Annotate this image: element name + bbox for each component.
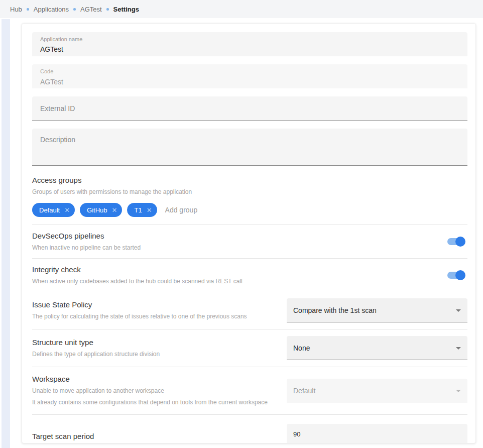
remove-group-icon[interactable]: ✕ — [64, 206, 70, 214]
devsecops-pipelines-title: DevSecOps pipelines — [32, 232, 435, 240]
description-field[interactable] — [32, 129, 467, 166]
access-groups-section: Access groups Groups of users with permi… — [32, 176, 467, 225]
group-chip-github: GitHub ✕ — [80, 203, 122, 217]
integrity-check-description: When active only codebases added to the … — [32, 277, 435, 285]
workspace-description-line2: It already contains some configurations … — [32, 398, 275, 406]
integrity-check-toggle[interactable] — [447, 270, 465, 280]
group-chip-label: GitHub — [87, 206, 107, 214]
code-field: Code — [32, 64, 467, 88]
application-name-label: Application name — [40, 36, 82, 42]
workspace-title: Workspace — [32, 375, 275, 383]
toggle-thumb — [455, 270, 465, 280]
access-groups-chips: Default ✕ GitHub ✕ T1 ✕ — [32, 203, 467, 217]
issue-state-policy-select[interactable]: Compare with the 1st scan — [287, 298, 467, 322]
target-scan-period-title: Target scan period — [32, 432, 275, 440]
group-chip-t1: T1 ✕ — [127, 203, 157, 217]
chevron-down-icon — [456, 309, 461, 312]
structure-unit-type-row: Structure unit type Defines the type of … — [32, 329, 467, 367]
breadcrumb-item-hub[interactable]: Hub — [10, 6, 22, 13]
breadcrumb-item-agtest[interactable]: AGTest — [80, 6, 102, 13]
breadcrumb-item-applications[interactable]: Applications — [34, 6, 69, 13]
integrity-check-title: Integrity check — [32, 265, 435, 274]
structure-unit-type-value: None — [293, 336, 310, 360]
access-groups-title: Access groups — [32, 176, 467, 184]
group-chip-label: Default — [39, 206, 60, 214]
left-accent-strip — [2, 19, 10, 448]
workspace-select: Default — [287, 379, 467, 403]
breadcrumb-dot-icon — [27, 8, 29, 11]
breadcrumb: Hub Applications AGTest Settings — [0, 0, 483, 18]
structure-unit-type-select[interactable]: None — [287, 336, 467, 360]
group-chip-default: Default ✕ — [32, 203, 75, 217]
external-id-field[interactable] — [32, 96, 467, 121]
target-scan-period-input[interactable] — [287, 424, 467, 443]
issue-state-policy-row: Issue State Policy The policy for calcul… — [32, 292, 467, 329]
breadcrumb-dot-icon — [73, 8, 76, 11]
target-scan-period-row: Target scan period — [32, 415, 467, 443]
devsecops-pipelines-description: When inactive no pipeline can be started — [32, 244, 435, 252]
description-input[interactable] — [32, 129, 467, 165]
issue-state-policy-value: Compare with the 1st scan — [293, 298, 377, 322]
target-scan-period-field[interactable] — [287, 424, 467, 443]
integrity-check-row: Integrity check When active only codebas… — [32, 259, 467, 292]
toggle-thumb — [455, 237, 465, 247]
structure-unit-type-description: Defines the type of application structur… — [32, 350, 275, 358]
code-input — [40, 78, 459, 86]
external-id-input[interactable] — [40, 96, 459, 120]
group-chip-label: T1 — [134, 206, 142, 214]
application-settings-card: Application name Code Access groups Grou… — [22, 23, 476, 443]
application-name-input[interactable] — [40, 45, 459, 53]
code-label: Code — [40, 68, 53, 74]
issue-state-policy-description: The policy for calculating the state of … — [32, 312, 275, 320]
add-group-input[interactable] — [165, 206, 225, 214]
remove-group-icon[interactable]: ✕ — [112, 206, 117, 214]
workspace-value: Default — [293, 379, 315, 403]
access-groups-description: Groups of users with permissions to mana… — [32, 188, 467, 196]
issue-state-policy-title: Issue State Policy — [32, 300, 275, 309]
chevron-down-icon — [456, 347, 461, 350]
chevron-down-icon — [456, 390, 461, 392]
workspace-row: Workspace Unable to move application to … — [32, 367, 467, 414]
structure-unit-type-title: Structure unit type — [32, 338, 275, 347]
workspace-description-line1: Unable to move application to another wo… — [32, 387, 275, 395]
remove-group-icon[interactable]: ✕ — [147, 206, 152, 214]
breadcrumb-dot-icon — [106, 8, 109, 11]
devsecops-pipelines-row: DevSecOps pipelines When inactive no pip… — [32, 225, 467, 258]
application-name-field[interactable]: Application name — [32, 32, 467, 56]
devsecops-pipelines-toggle[interactable] — [447, 237, 465, 247]
breadcrumb-item-settings: Settings — [113, 6, 139, 13]
